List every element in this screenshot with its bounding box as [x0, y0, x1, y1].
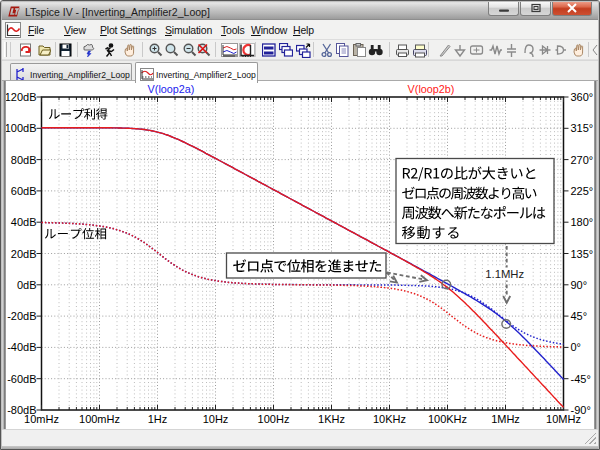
- svg-text:10Hz: 10Hz: [203, 413, 229, 425]
- svg-text:60dB: 60dB: [11, 185, 37, 197]
- svg-text:20dB: 20dB: [11, 248, 37, 260]
- svg-text:V(loop2a): V(loop2a): [148, 83, 195, 95]
- svg-text:135°: 135°: [571, 248, 594, 260]
- svg-text:10mHz: 10mHz: [24, 413, 59, 425]
- svg-text:V(loop2b): V(loop2b): [408, 83, 455, 95]
- svg-text:180°: 180°: [571, 216, 594, 228]
- svg-text:0°: 0°: [571, 341, 582, 353]
- svg-text:315°: 315°: [571, 122, 594, 134]
- svg-text:270°: 270°: [571, 154, 594, 166]
- svg-text:100dB: 100dB: [5, 122, 37, 134]
- svg-text:40dB: 40dB: [11, 216, 37, 228]
- svg-text:-40dB: -40dB: [7, 341, 36, 353]
- svg-text:1KHz: 1KHz: [318, 413, 345, 425]
- svg-text:100Hz: 100Hz: [258, 413, 290, 425]
- svg-text:80dB: 80dB: [11, 154, 37, 166]
- svg-text:0dB: 0dB: [17, 279, 37, 291]
- svg-text:10KHz: 10KHz: [373, 413, 406, 425]
- svg-text:100KHz: 100KHz: [428, 413, 467, 425]
- svg-text:-60dB: -60dB: [7, 373, 36, 385]
- svg-text:360°: 360°: [571, 91, 594, 103]
- svg-text:-20dB: -20dB: [7, 310, 36, 322]
- svg-text:1.1MHz: 1.1MHz: [485, 268, 524, 280]
- svg-text:-45°: -45°: [571, 373, 591, 385]
- svg-text:120dB: 120dB: [5, 91, 37, 103]
- svg-text:10MHz: 10MHz: [546, 413, 581, 425]
- svg-text:1Hz: 1Hz: [148, 413, 168, 425]
- svg-text:225°: 225°: [571, 185, 594, 197]
- svg-text:1MHz: 1MHz: [491, 413, 520, 425]
- svg-text:45°: 45°: [571, 310, 588, 322]
- svg-text:90°: 90°: [571, 279, 588, 291]
- svg-text:100mHz: 100mHz: [79, 413, 120, 425]
